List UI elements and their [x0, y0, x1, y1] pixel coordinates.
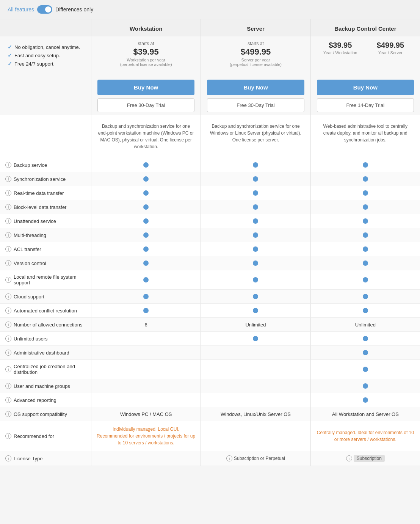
feature-name: Recommended for: [14, 433, 54, 439]
info-icon[interactable]: i: [5, 232, 11, 238]
feature-value-workstation: [91, 379, 201, 393]
feature-dot: [143, 204, 149, 210]
toggle-switch[interactable]: [37, 5, 52, 14]
feature-dot: [253, 277, 258, 282]
feature-value-server: [201, 421, 310, 451]
feature-label: iOS support compatibility: [5, 411, 67, 417]
feature-label: iRecommended for: [5, 433, 54, 439]
info-icon-license-bcc[interactable]: i: [346, 455, 352, 461]
info-icon[interactable]: i: [5, 204, 11, 210]
differences-only-toggle[interactable]: Differences only: [55, 6, 93, 13]
feature-name: Cloud support: [14, 294, 44, 300]
info-icon[interactable]: i: [5, 260, 11, 266]
feature-value-bcc: [310, 393, 420, 407]
feature-label: iReal-time data transfer: [5, 190, 64, 196]
feature-value-workstation: [91, 270, 201, 290]
info-icon[interactable]: i: [5, 455, 11, 461]
buy-button-workstation[interactable]: Buy Now: [97, 80, 194, 95]
feature-value-bcc: [310, 172, 420, 186]
feature-dot: [363, 204, 368, 210]
price-bcc-1: $39.95: [317, 41, 364, 50]
feature-value-bcc: [310, 242, 420, 256]
feature-value-bcc: iSubscription: [310, 451, 420, 466]
buy-button-bcc[interactable]: Buy Now: [317, 80, 414, 95]
feature-dot: [143, 232, 149, 238]
feature-name: User and machine groups: [14, 383, 70, 389]
feature-label: iLicense Type: [5, 455, 42, 461]
trial-button-bcc[interactable]: Free 14-Day Trial: [317, 98, 414, 112]
license-type-server: Subscription or Perpetual: [234, 456, 285, 461]
price-sub-workstation: Workstation per year(perpetual license a…: [97, 58, 194, 67]
info-icon[interactable]: i: [5, 246, 11, 252]
info-icon[interactable]: i: [5, 366, 11, 372]
feature-label-cell: iUnlimited users: [0, 332, 91, 346]
bullet-item-1: ✓No obligation, cancel anytime.: [8, 44, 83, 50]
feature-value-workstation: [91, 214, 201, 228]
info-icon[interactable]: i: [5, 322, 11, 328]
buy-col-workstation: Buy Now Free 30-Day Trial: [91, 77, 201, 115]
feature-label-cell: iUser and machine groups: [0, 379, 91, 393]
info-icon[interactable]: i: [5, 218, 11, 224]
info-icon[interactable]: i: [5, 293, 11, 300]
feature-name: Automated conflict resolution: [14, 308, 77, 314]
feature-dot: [363, 367, 368, 372]
trial-button-workstation[interactable]: Free 30-Day Trial: [97, 98, 194, 112]
feature-value-bcc: [310, 270, 420, 290]
checkmark-1: ✓: [8, 44, 12, 50]
feature-dot: [253, 176, 258, 182]
feature-dot: [363, 397, 368, 403]
info-icon[interactable]: i: [5, 433, 11, 439]
feature-dot: [363, 277, 368, 282]
feature-label-cell: iAdvanced reporting: [0, 393, 91, 407]
all-features-toggle[interactable]: All features: [8, 6, 34, 13]
feature-name: OS support compatibility: [14, 411, 67, 417]
feature-value-server: Unlimited: [201, 318, 310, 332]
feature-dot: [253, 294, 258, 299]
feature-name: Real-time data transfer: [14, 190, 64, 196]
desc-workstation: Backup and synchronization service for o…: [91, 115, 201, 158]
info-icon[interactable]: i: [5, 397, 11, 403]
license-info-bcc: iSubscription: [346, 455, 385, 462]
feature-value-server: iSubscription or Perpetual: [201, 451, 310, 466]
info-icon[interactable]: i: [5, 277, 11, 283]
feature-label-cell: iVersion control: [0, 256, 91, 270]
feature-value-bcc: [310, 346, 420, 360]
feature-dot: [363, 350, 368, 355]
buy-button-server[interactable]: Buy Now: [207, 80, 304, 95]
feature-label-cell: iRecommended for: [0, 421, 91, 451]
feature-value-workstation: [91, 158, 201, 172]
feature-dot: [143, 246, 149, 252]
product-name-workstation: Workstation: [99, 25, 193, 32]
subscription-badge: Subscription: [354, 455, 385, 462]
feature-dot: [253, 232, 258, 238]
feature-dot: [363, 162, 368, 168]
feature-value-workstation: [91, 360, 201, 379]
bullet-item-2: ✓Fast and easy setup.: [8, 52, 83, 58]
feature-label: iUnlimited users: [5, 336, 48, 342]
info-icon[interactable]: i: [5, 176, 11, 182]
info-icon-license-server[interactable]: i: [226, 455, 232, 461]
info-icon[interactable]: i: [5, 307, 11, 314]
trial-button-server[interactable]: Free 30-Day Trial: [207, 98, 304, 112]
desc-bcc: Web-based administrative tool to central…: [310, 115, 420, 158]
feature-name: Synchronization service: [14, 176, 66, 182]
feature-value-bcc: [310, 379, 420, 393]
info-icon[interactable]: i: [5, 350, 11, 356]
feature-value-server: [201, 290, 310, 304]
license-info-server: iSubscription or Perpetual: [226, 455, 285, 461]
feature-dot: [363, 260, 368, 266]
feature-name: Number of allowed connections: [14, 322, 82, 328]
feature-value-server: [201, 242, 310, 256]
info-icon[interactable]: i: [5, 336, 11, 342]
feature-value-workstation: [91, 332, 201, 346]
pricing-bcc: $39.95 Year / Workstation $499.95 Year /…: [310, 36, 420, 77]
info-icon[interactable]: i: [5, 162, 11, 168]
feature-dot: [143, 162, 149, 168]
price-bcc-2: $499.95: [367, 41, 414, 50]
info-icon[interactable]: i: [5, 411, 11, 417]
feature-value-bcc: [310, 256, 420, 270]
feature-label: iCloud support: [5, 293, 44, 300]
feature-label: iACL transfer: [5, 246, 41, 252]
info-icon[interactable]: i: [5, 190, 11, 196]
info-icon[interactable]: i: [5, 383, 11, 389]
